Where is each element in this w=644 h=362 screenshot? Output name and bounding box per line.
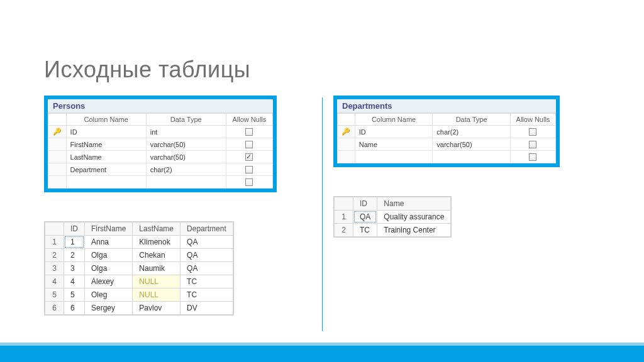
data-type-cell[interactable] bbox=[433, 151, 511, 163]
schema-row[interactable]: FirstNamevarchar(50) bbox=[48, 138, 273, 151]
persons-data: IDFirstNameLastNameDepartment 11AnnaKlim… bbox=[44, 221, 234, 315]
cell[interactable]: Klimenok bbox=[133, 236, 180, 249]
checkbox-icon[interactable] bbox=[245, 153, 253, 161]
table-row[interactable]: 22OlgaChekanQA bbox=[45, 249, 233, 262]
schema-row[interactable]: Namevarchar(50) bbox=[338, 138, 556, 151]
checkbox-icon[interactable] bbox=[245, 166, 253, 173]
row-number: 4 bbox=[45, 275, 64, 288]
cell[interactable]: 1 bbox=[64, 236, 85, 249]
cell[interactable]: NULL bbox=[133, 288, 180, 302]
cell[interactable]: Naumik bbox=[133, 262, 180, 275]
data-column-header[interactable]: Name bbox=[377, 197, 451, 211]
table-row[interactable]: 1QAQuality assurance bbox=[335, 211, 451, 224]
data-type-cell[interactable] bbox=[146, 176, 226, 189]
row-number: 3 bbox=[45, 262, 64, 275]
data-column-header[interactable]: ID bbox=[353, 197, 377, 211]
cell[interactable]: TC bbox=[353, 224, 377, 237]
key-cell bbox=[338, 151, 355, 163]
allow-nulls-cell[interactable] bbox=[226, 138, 272, 151]
cell[interactable]: NULL bbox=[133, 275, 180, 288]
table-row[interactable]: 11AnnaKlimenokQA bbox=[45, 236, 233, 249]
allow-nulls-cell[interactable] bbox=[510, 138, 555, 151]
column-name-cell[interactable] bbox=[66, 176, 146, 189]
allow-nulls-cell[interactable] bbox=[226, 151, 272, 163]
persons-data-grid[interactable]: IDFirstNameLastNameDepartment 11AnnaKlim… bbox=[45, 222, 233, 315]
cell[interactable]: 4 bbox=[64, 275, 85, 288]
schema-row[interactable]: 🔑IDint bbox=[48, 126, 273, 138]
checkbox-icon[interactable] bbox=[245, 128, 253, 136]
col-header-null: Allow Nulls bbox=[226, 114, 272, 126]
data-type-cell[interactable]: char(2) bbox=[146, 163, 226, 176]
table-row[interactable]: 44AlexeyNULLTC bbox=[45, 275, 233, 288]
cell[interactable]: Training Center bbox=[377, 224, 451, 237]
cell[interactable]: Chekan bbox=[133, 249, 180, 262]
col-header-type: Data Type bbox=[146, 114, 226, 126]
cell[interactable]: Pavlov bbox=[133, 302, 180, 315]
column-name-cell[interactable]: ID bbox=[66, 126, 146, 138]
persons-schema-grid[interactable]: Column Name Data Type Allow Nulls 🔑IDint… bbox=[48, 113, 273, 189]
cell[interactable]: Olga bbox=[85, 249, 133, 262]
checkbox-icon[interactable] bbox=[529, 128, 536, 136]
table-row[interactable]: 2TCTraining Center bbox=[335, 224, 451, 237]
schema-row[interactable] bbox=[48, 176, 273, 189]
data-type-cell[interactable]: char(2) bbox=[433, 126, 511, 138]
column-name-cell[interactable]: Department bbox=[66, 163, 146, 176]
key-cell: 🔑 bbox=[338, 126, 355, 138]
allow-nulls-cell[interactable] bbox=[226, 126, 272, 138]
allow-nulls-cell[interactable] bbox=[510, 151, 555, 163]
cell[interactable]: QA bbox=[180, 236, 233, 249]
table-row[interactable]: 33OlgaNaumikQA bbox=[45, 262, 233, 275]
table-row[interactable]: 55OlegNULLTC bbox=[45, 288, 233, 302]
table-row[interactable]: 66SergeyPavlovDV bbox=[45, 302, 233, 315]
cell[interactable]: Quality assurance bbox=[377, 211, 451, 224]
primary-key-icon: 🔑 bbox=[53, 128, 62, 135]
cell[interactable]: Anna bbox=[85, 236, 133, 249]
cell[interactable]: 2 bbox=[64, 249, 85, 262]
departments-schema-grid[interactable]: Column Name Data Type Allow Nulls 🔑IDcha… bbox=[337, 113, 556, 163]
cell[interactable]: QA bbox=[180, 249, 233, 262]
cell[interactable]: 5 bbox=[64, 288, 85, 302]
column-divider bbox=[322, 97, 323, 331]
checkbox-icon[interactable] bbox=[529, 141, 536, 148]
schema-row[interactable]: Departmentchar(2) bbox=[48, 163, 273, 176]
key-cell bbox=[48, 176, 67, 189]
column-name-cell[interactable]: Name bbox=[355, 138, 433, 151]
data-type-cell[interactable]: varchar(50) bbox=[433, 138, 511, 151]
departments-data-grid[interactable]: IDName 1QAQuality assurance2TCTraining C… bbox=[334, 197, 451, 237]
cell[interactable]: Alexey bbox=[85, 275, 133, 288]
cell[interactable]: TC bbox=[180, 288, 233, 302]
cell[interactable]: 3 bbox=[64, 262, 85, 275]
checkbox-icon[interactable] bbox=[529, 153, 536, 161]
schema-row[interactable]: 🔑IDchar(2) bbox=[338, 126, 556, 138]
col-header-name: Column Name bbox=[355, 114, 433, 126]
checkbox-icon[interactable] bbox=[245, 178, 253, 186]
cell[interactable]: DV bbox=[180, 302, 233, 315]
allow-nulls-cell[interactable] bbox=[226, 176, 272, 189]
data-column-header[interactable]: ID bbox=[64, 222, 85, 236]
cell[interactable]: QA bbox=[353, 211, 377, 224]
schema-row[interactable]: LastNamevarchar(50) bbox=[48, 151, 273, 163]
cell[interactable]: Sergey bbox=[85, 302, 133, 315]
persons-schema: Persons Column Name Data Type Allow Null… bbox=[44, 96, 277, 192]
data-column-header[interactable]: FirstName bbox=[85, 222, 133, 236]
data-column-header[interactable]: Department bbox=[180, 222, 233, 236]
data-type-cell[interactable]: varchar(50) bbox=[146, 151, 226, 163]
column-name-cell[interactable]: FirstName bbox=[66, 138, 146, 151]
data-column-header[interactable]: LastName bbox=[133, 222, 180, 236]
checkbox-icon[interactable] bbox=[245, 141, 253, 148]
column-name-cell[interactable] bbox=[355, 151, 433, 163]
col-header-name: Column Name bbox=[66, 114, 146, 126]
data-type-cell[interactable]: varchar(50) bbox=[146, 138, 226, 151]
cell[interactable]: QA bbox=[180, 262, 233, 275]
column-name-cell[interactable]: ID bbox=[355, 126, 433, 138]
schema-row[interactable] bbox=[338, 151, 556, 163]
allow-nulls-cell[interactable] bbox=[226, 163, 272, 176]
data-type-cell[interactable]: int bbox=[146, 126, 226, 138]
cell[interactable]: Olga bbox=[85, 262, 133, 275]
column-name-cell[interactable]: LastName bbox=[66, 151, 146, 163]
key-cell bbox=[48, 138, 67, 151]
cell[interactable]: Oleg bbox=[85, 288, 133, 302]
cell[interactable]: TC bbox=[180, 275, 233, 288]
allow-nulls-cell[interactable] bbox=[510, 126, 555, 138]
cell[interactable]: 6 bbox=[64, 302, 85, 315]
